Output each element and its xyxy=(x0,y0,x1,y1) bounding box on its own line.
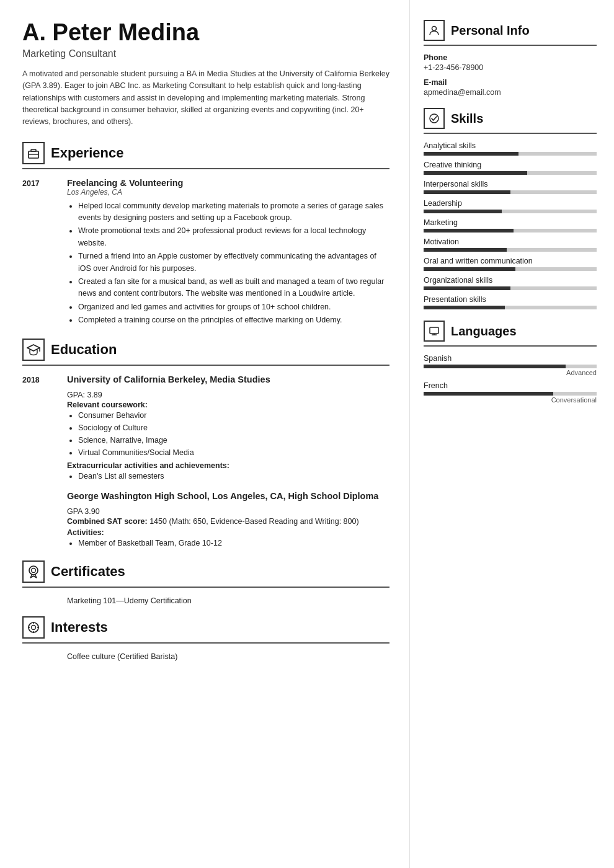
skill-name-4: Marketing xyxy=(424,218,597,227)
edu-course-1-3: Science, Narrative, Image xyxy=(78,434,389,446)
edu-activities-list-1: Dean's List all semesters xyxy=(67,470,389,482)
exp-subtitle-1: Los Angeles, CA xyxy=(67,188,389,197)
interests-header: Interests xyxy=(22,616,389,639)
languages-icon xyxy=(424,321,445,342)
skill-item-6: Oral and written communication xyxy=(424,257,597,271)
edu-sat-row: Combined SAT score: 1450 (Math: 650, Evi… xyxy=(67,517,389,526)
skill-name-3: Leadership xyxy=(424,199,597,208)
side-column: Personal Info Phone +1-23-456-78900 E-ma… xyxy=(409,0,614,868)
edu-course-1-1: Consumer Behavior xyxy=(78,409,389,422)
skill-bar-fill-1 xyxy=(424,171,527,175)
svg-rect-1 xyxy=(31,149,36,151)
skill-bar-bg-0 xyxy=(424,152,597,156)
languages-list: Spanish Advanced French Conversational xyxy=(424,354,597,404)
svg-point-12 xyxy=(32,626,36,630)
interests-icon xyxy=(22,616,45,639)
lang-level-1: Conversational xyxy=(424,396,597,404)
certificates-header: Certificates xyxy=(22,560,389,583)
skill-item-4: Marketing xyxy=(424,218,597,232)
edu-coursework-list-1: Consumer Behavior Sociology of Culture S… xyxy=(67,409,389,459)
exp-bullet-1-1: Helped local community develop marketing… xyxy=(78,200,389,224)
svg-rect-19 xyxy=(430,327,438,334)
skill-name-8: Presentation skills xyxy=(424,295,597,304)
certificates-icon xyxy=(22,560,45,583)
skill-item-7: Organizational skills xyxy=(424,276,597,290)
summary-text: A motivated and personable student pursu… xyxy=(22,68,389,128)
skill-name-0: Analytical skills xyxy=(424,141,597,150)
skill-name-7: Organizational skills xyxy=(424,276,597,285)
exp-bullet-1-5: Organized and led games and activities f… xyxy=(78,301,389,313)
skills-title: Skills xyxy=(451,112,483,126)
certificates-divider xyxy=(22,587,389,588)
edu-content-2: George Washington High School, Los Angel… xyxy=(67,491,389,549)
lang-name-0: Spanish xyxy=(424,354,597,363)
languages-title: Languages xyxy=(451,324,517,339)
email-value: apmedina@email.com xyxy=(424,88,597,97)
skill-name-1: Creative thinking xyxy=(424,161,597,169)
interests-divider xyxy=(22,642,389,644)
email-label: E-mail xyxy=(424,78,597,87)
interests-section: Interests Coffee culture (Certified Bari… xyxy=(22,616,389,661)
edu-course-1-4: Virtual Communities/Social Media xyxy=(78,446,389,459)
personal-info-divider xyxy=(424,45,597,46)
edu-coursework-label-1: Relevant coursework: xyxy=(67,401,389,409)
skill-bar-fill-6 xyxy=(424,267,515,271)
skills-header: Skills xyxy=(424,108,597,129)
lang-item-0: Spanish Advanced xyxy=(424,354,597,376)
skills-list: Analytical skills Creative thinking Inte… xyxy=(424,141,597,309)
skills-icon xyxy=(424,108,445,129)
education-title: Education xyxy=(51,342,117,358)
education-section: Education 2018 University of California … xyxy=(22,339,389,549)
edu-course-1-2: Sociology of Culture xyxy=(78,422,389,434)
skill-name-5: Motivation xyxy=(424,237,597,246)
edu-entry-1: 2018 University of California Berkeley, … xyxy=(22,374,389,482)
lang-item-1: French Conversational xyxy=(424,381,597,404)
exp-entry-1: 2017 Freelancing & Volunteering Los Ange… xyxy=(22,178,389,328)
exp-bullet-1-6: Completed a training course on the princ… xyxy=(78,314,389,326)
skill-name-6: Oral and written communication xyxy=(424,257,597,265)
experience-divider xyxy=(22,168,389,169)
skill-bar-fill-2 xyxy=(424,190,510,194)
edu-title-1: University of California Berkeley, Media… xyxy=(67,374,389,384)
lang-level-0: Advanced xyxy=(424,369,597,376)
skill-bar-bg-5 xyxy=(424,248,597,252)
svg-point-5 xyxy=(29,566,38,575)
exp-bullet-1-4: Created a fan site for a musical band, a… xyxy=(78,276,389,300)
lang-name-1: French xyxy=(424,381,597,390)
languages-header: Languages xyxy=(424,321,597,342)
skill-item-2: Interpersonal skills xyxy=(424,180,597,194)
edu-sat-label: Combined SAT score: xyxy=(67,517,148,526)
skill-bar-bg-6 xyxy=(424,267,597,271)
phone-value: +1-23-456-78900 xyxy=(424,63,597,72)
lang-bar-bg-1 xyxy=(424,392,597,396)
experience-section: Experience 2017 Freelancing & Volunteeri… xyxy=(22,142,389,328)
skill-item-1: Creative thinking xyxy=(424,161,597,175)
edu-sat-value: 1450 (Math: 650, Evidence-Based Reading … xyxy=(149,517,358,526)
education-divider xyxy=(22,365,389,366)
skill-bar-bg-4 xyxy=(424,229,597,232)
skill-item-3: Leadership xyxy=(424,199,597,213)
exp-title-1: Freelancing & Volunteering xyxy=(67,178,389,188)
edu-activities-list-2: Member of Basketball Team, Grade 10-12 xyxy=(67,537,389,549)
skill-bar-fill-0 xyxy=(424,152,518,156)
svg-point-11 xyxy=(29,622,38,632)
phone-label: Phone xyxy=(424,53,597,62)
skill-bar-bg-3 xyxy=(424,210,597,213)
exp-bullet-1-2: Wrote promotional texts and 20+ professi… xyxy=(78,225,389,249)
exp-bullets-1: Helped local community develop marketing… xyxy=(67,200,389,327)
main-column: A. Peter Medina Marketing Consultant A m… xyxy=(0,0,409,868)
personal-info-icon xyxy=(424,20,445,41)
skill-item-8: Presentation skills xyxy=(424,295,597,309)
edu-activity-2-1: Member of Basketball Team, Grade 10-12 xyxy=(78,537,389,549)
exp-content-1: Freelancing & Volunteering Los Angeles, … xyxy=(67,178,389,328)
languages-section: Languages Spanish Advanced French Conver… xyxy=(424,321,597,404)
personal-info-header: Personal Info xyxy=(424,20,597,41)
edu-activities-label-1: Extracurricular activities and achieveme… xyxy=(67,461,389,470)
education-header: Education xyxy=(22,339,389,361)
experience-header: Experience xyxy=(22,142,389,164)
edu-gpa-2: GPA 3.90 xyxy=(67,507,389,516)
skill-item-0: Analytical skills xyxy=(424,141,597,156)
edu-title-2: George Washington High School, Los Angel… xyxy=(67,491,389,501)
interests-title: Interests xyxy=(51,619,108,636)
edu-gpa-1: GPA: 3.89 xyxy=(67,391,389,399)
